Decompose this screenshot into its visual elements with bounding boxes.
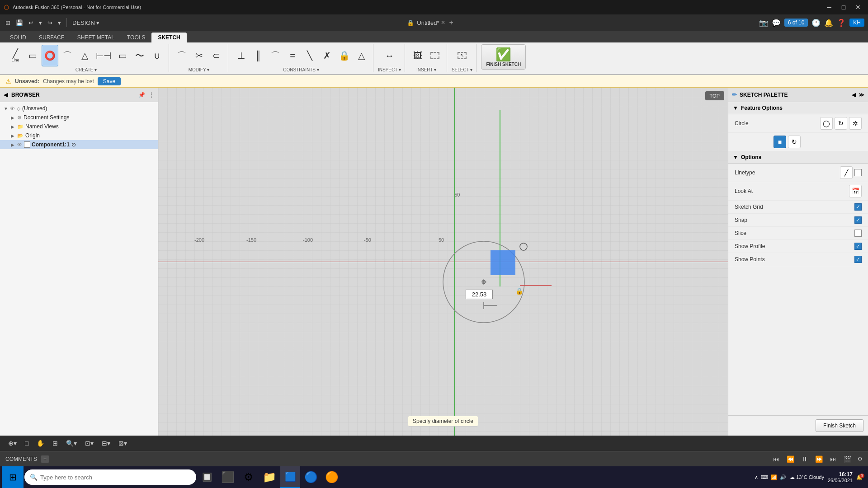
feature-options-header[interactable]: ▼ Feature Options xyxy=(728,102,868,114)
fill-outline-button[interactable]: ↻ xyxy=(788,136,801,148)
chat-icon[interactable]: 💬 xyxy=(772,19,781,27)
triangle2-button[interactable]: △ xyxy=(353,45,369,66)
notifications-icon[interactable]: 🔔 xyxy=(824,19,833,27)
inspect-label[interactable]: INSPECT ▾ xyxy=(378,66,401,72)
minimize-button[interactable]: ─ xyxy=(823,2,835,12)
taskbar-search-input[interactable] xyxy=(40,474,191,481)
redo-button[interactable]: ↪ xyxy=(46,19,54,27)
create-label[interactable]: CREATE ▾ xyxy=(75,66,97,72)
close-button[interactable]: ✕ xyxy=(852,2,864,12)
taskbar-app-fusion[interactable]: 🟦 xyxy=(280,466,300,488)
insert-label[interactable]: INSERT ▾ xyxy=(416,66,436,72)
play-pause-button[interactable]: ⏸ xyxy=(799,454,811,464)
photo-icon[interactable]: 📷 xyxy=(759,19,768,27)
design-mode-button[interactable]: DESIGN ▾ xyxy=(71,19,101,27)
triangle-button[interactable]: △ xyxy=(76,45,93,66)
dimension-button[interactable]: ↔ xyxy=(381,45,397,66)
play-start-button[interactable]: ⏮ xyxy=(770,454,782,464)
display-mode-button[interactable]: ⊡▾ xyxy=(82,438,96,448)
undo-button[interactable]: ↩ xyxy=(27,19,35,27)
lock-button[interactable]: 🔒 xyxy=(336,45,352,66)
tree-item-doc-settings[interactable]: ▶ ⚙ Document Settings xyxy=(0,113,158,122)
utilities-button[interactable]: ⊠▾ xyxy=(116,438,130,448)
expand-browser-button[interactable]: ⋮ xyxy=(149,92,154,98)
modify-label[interactable]: MODIFY ▾ xyxy=(189,66,209,72)
camera-controls-button[interactable]: ⊕▾ xyxy=(5,438,19,448)
help-icon[interactable]: ❓ xyxy=(837,19,846,27)
account-button[interactable]: KH xyxy=(849,19,864,27)
tab-solid[interactable]: SOLID xyxy=(4,33,33,42)
tree-item-root[interactable]: ▼ 👁 ◇ (Unsaved) xyxy=(0,104,158,113)
notification-button[interactable]: 🔔 3 xyxy=(856,474,863,480)
zoom-button[interactable]: 🔍▾ xyxy=(63,438,80,448)
circle-option-center[interactable]: ◯ xyxy=(820,117,833,130)
show-points-checkbox[interactable]: ✓ xyxy=(854,256,862,263)
arc-button[interactable]: ⌒ xyxy=(59,45,75,66)
start-button[interactable]: ⊞ xyxy=(2,466,24,488)
finish-sketch-ribbon-button[interactable]: ✅ FINISH SKETCH xyxy=(481,44,526,70)
snap-checkbox[interactable]: ✓ xyxy=(854,216,862,224)
grid-menu-button2[interactable]: ⊟▾ xyxy=(99,438,113,448)
save-quick-button[interactable]: 💾 xyxy=(14,19,25,27)
settings-gear-button[interactable]: ⚙ xyxy=(858,456,863,462)
systray-arrow[interactable]: ∧ xyxy=(755,474,758,480)
palette-expand-button[interactable]: ≫ xyxy=(859,92,864,98)
tab-tools[interactable]: TOOLS xyxy=(121,33,151,42)
clock-icon[interactable]: 🕐 xyxy=(811,19,821,27)
rectangle-button[interactable]: ▭ xyxy=(24,45,41,66)
view-cube-button[interactable]: □ xyxy=(22,438,31,448)
tree-item-component[interactable]: ▶ 👁 Component1:1 ⊙ xyxy=(0,140,158,149)
show-profile-checkbox[interactable]: ✓ xyxy=(854,243,862,250)
grid-menu-button[interactable]: ⊞ xyxy=(4,19,12,27)
maximize-button[interactable]: □ xyxy=(837,2,850,12)
equal-button[interactable]: = xyxy=(284,45,301,66)
pin-browser-button[interactable]: 📌 xyxy=(138,92,145,98)
select-mode-button[interactable]: ↖ xyxy=(454,45,470,66)
play-end-button[interactable]: ⏭ xyxy=(827,454,839,464)
tab-sheet-metal[interactable]: SHEET METAL xyxy=(71,33,121,42)
lookat-button[interactable]: 📅 xyxy=(849,185,862,197)
tree-item-named-views[interactable]: ▶ 📁 Named Views xyxy=(0,122,158,131)
finish-sketch-palette-button[interactable]: Finish Sketch xyxy=(816,419,863,432)
play-back-button[interactable]: ⏪ xyxy=(784,454,797,464)
parallel-button[interactable]: ║ xyxy=(250,45,266,66)
circle-button[interactable]: ⭕ xyxy=(42,45,58,66)
offset-button[interactable]: ⊂ xyxy=(208,45,224,66)
play-settings-button[interactable]: 🎬 xyxy=(841,454,854,464)
close-tab-button[interactable]: ✕ xyxy=(441,19,445,26)
taskbar-app-foxconn[interactable]: 🟠 xyxy=(322,466,342,488)
play-forward-button[interactable]: ⏩ xyxy=(812,454,826,464)
spline-button[interactable]: 〜 xyxy=(132,45,148,66)
tree-item-origin[interactable]: ▶ 📂 Origin xyxy=(0,131,158,140)
conic-button[interactable]: ∪ xyxy=(149,45,165,66)
palette-collapse-button[interactable]: ◀ xyxy=(852,92,856,98)
grid-toggle-button[interactable]: ⊞ xyxy=(50,438,61,448)
new-tab-button[interactable]: + xyxy=(449,19,453,27)
save-button[interactable]: Save xyxy=(98,77,121,85)
options-header[interactable]: ▼ Options xyxy=(728,151,868,164)
redo-dropdown-button[interactable]: ▾ xyxy=(56,19,63,27)
undo-dropdown-button[interactable]: ▾ xyxy=(37,19,44,27)
taskbar-app-settings[interactable]: ⚙ xyxy=(239,466,259,488)
taskview-button[interactable]: 🔲 xyxy=(197,466,217,488)
trim-button[interactable]: ✂ xyxy=(191,45,207,66)
add-comment-button[interactable]: + xyxy=(41,455,49,463)
tab-sketch[interactable]: SKETCH xyxy=(151,33,186,42)
fill-solid-button[interactable]: ■ xyxy=(774,136,786,148)
tangent-button[interactable]: ⌒ xyxy=(267,45,283,66)
diagonal-button[interactable]: ╲ xyxy=(302,45,318,66)
sketch-grid-checkbox[interactable]: ✓ xyxy=(854,203,862,211)
slice-checkbox[interactable] xyxy=(854,230,862,237)
taskbar-app-chrome[interactable]: 🔵 xyxy=(301,466,321,488)
sketch-rectangle[interactable] xyxy=(491,250,515,275)
taskbar-app-explorer[interactable]: ⬛ xyxy=(218,466,238,488)
counter-badge[interactable]: 6 of 10 xyxy=(784,19,808,27)
mirror-button[interactable]: ⊢⊣ xyxy=(94,45,113,66)
canvas-area[interactable]: -200 -150 -100 -50 50 50 xyxy=(158,88,728,436)
perpendicular-button[interactable]: ⊥ xyxy=(233,45,249,66)
circle-option-3point[interactable]: ✲ xyxy=(849,117,862,130)
line-button[interactable]: ╱Line xyxy=(7,45,24,66)
fillet-button[interactable]: ⌒ xyxy=(174,45,190,66)
tab-surface[interactable]: SURFACE xyxy=(33,33,71,42)
handle-circle[interactable] xyxy=(520,243,527,250)
